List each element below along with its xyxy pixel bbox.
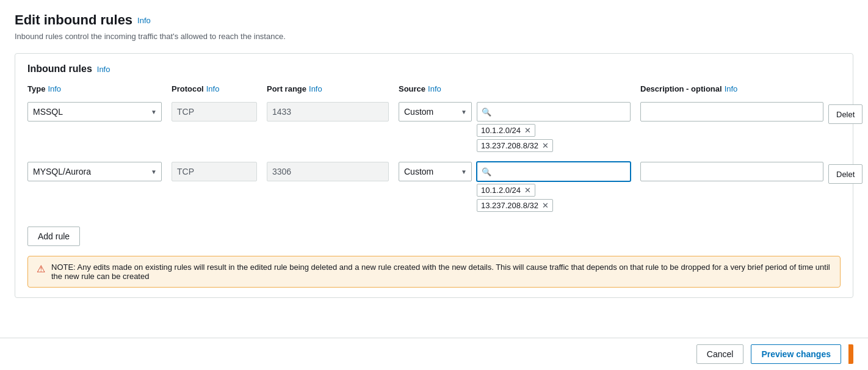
type-select-wrapper-1: MYSQL/Aurora ▼ (27, 162, 162, 181)
search-icon-wrap-1: 🔍 (477, 162, 631, 181)
page-title-info-link[interactable]: Info (137, 16, 151, 25)
section-info-link[interactable]: Info (97, 65, 110, 74)
tag-label-1-1: 13.237.208.8/32 (481, 201, 538, 210)
tag-item-1-1: 13.237.208.8/32 ✕ (477, 199, 553, 212)
section-header: Inbound rules Info (27, 63, 841, 74)
protocol-input-0 (172, 102, 257, 122)
source-select-0[interactable]: Custom (399, 102, 472, 122)
source-info-link[interactable]: Info (428, 84, 441, 93)
source-container-0: Custom ▼ 🔍 10.1.2.0/24 ✕ (399, 102, 631, 152)
source-container-1: Custom ▼ 🔍 10.1.2.0/24 ✕ (399, 162, 631, 212)
section-heading: Inbound rules (27, 63, 92, 74)
tag-remove-btn-0-1[interactable]: ✕ (542, 142, 549, 150)
rule-row: MYSQL/Aurora ▼ Custom ▼ (27, 162, 841, 212)
column-headers: Type Info Protocol Info Port range Info … (27, 84, 841, 97)
tag-item-0-1: 13.237.208.8/32 ✕ (477, 139, 553, 152)
col-header-source: Source Info (399, 84, 631, 93)
preview-changes-button[interactable]: Preview changes (751, 344, 841, 364)
note-bar: ⚠ NOTE: Any edits made on existing rules… (27, 256, 841, 288)
col-header-type: Type Info (27, 84, 162, 93)
tag-list-0: 10.1.2.0/24 ✕ 13.237.208.8/32 ✕ (477, 124, 631, 152)
field-action-0: Delet (828, 102, 863, 124)
tag-list-1: 10.1.2.0/24 ✕ 13.237.208.8/32 ✕ (477, 184, 631, 212)
tag-remove-btn-0-0[interactable]: ✕ (524, 126, 531, 134)
field-source-0: Custom ▼ 🔍 10.1.2.0/24 ✕ (399, 102, 631, 152)
source-input-wrap-0: 🔍 10.1.2.0/24 ✕ 13.237.208.8/32 (477, 102, 631, 152)
source-search-input-0[interactable] (477, 102, 631, 122)
protocol-input-1 (172, 162, 257, 181)
source-select-wrapper-0: Custom ▼ (399, 102, 472, 122)
field-protocol-0 (172, 102, 257, 122)
orange-accent-bar (848, 344, 853, 364)
col-header-description: Description - optional Info (640, 84, 823, 93)
type-select-1[interactable]: MYSQL/Aurora (27, 162, 162, 181)
description-input-1[interactable] (640, 162, 823, 181)
search-icon-wrap-0: 🔍 (477, 102, 631, 122)
portrange-info-link[interactable]: Info (309, 84, 322, 93)
tag-label-0-0: 10.1.2.0/24 (481, 126, 521, 135)
source-select-wrapper-1: Custom ▼ (399, 162, 472, 181)
source-search-input-1[interactable] (477, 162, 631, 181)
source-select-wrap-1: Custom ▼ (399, 162, 472, 181)
field-protocol-1 (172, 162, 257, 181)
cancel-button[interactable]: Cancel (696, 344, 744, 364)
type-select-0[interactable]: MSSQL (27, 102, 162, 122)
page-title-row: Edit inbound rules Info (15, 12, 853, 28)
delete-button-1[interactable]: Delet (828, 164, 863, 184)
rules-container: MSSQL ▼ Custom ▼ (27, 102, 841, 212)
col-header-portrange: Port range Info (267, 84, 389, 93)
tag-item-1-0: 10.1.2.0/24 ✕ (477, 184, 535, 197)
field-portrange-1 (267, 162, 389, 181)
footer-bar: Cancel Preview changes (0, 338, 868, 370)
delete-button-0[interactable]: Delet (828, 104, 863, 124)
rule-row: MSSQL ▼ Custom ▼ (27, 102, 841, 152)
tag-label-1-0: 10.1.2.0/24 (481, 186, 521, 195)
field-description-1 (640, 162, 823, 181)
source-select-1[interactable]: Custom (399, 162, 472, 181)
description-info-link[interactable]: Info (725, 84, 738, 93)
tag-item-0-0: 10.1.2.0/24 ✕ (477, 124, 535, 137)
portrange-input-0 (267, 102, 389, 122)
field-type-1: MYSQL/Aurora ▼ (27, 162, 162, 181)
portrange-input-1 (267, 162, 389, 181)
tag-label-0-1: 13.237.208.8/32 (481, 141, 538, 150)
warning-icon: ⚠ (37, 263, 45, 275)
field-type-0: MSSQL ▼ (27, 102, 162, 122)
type-info-link[interactable]: Info (48, 84, 61, 93)
field-portrange-0 (267, 102, 389, 122)
tag-remove-btn-1-1[interactable]: ✕ (542, 201, 549, 209)
description-input-0[interactable] (640, 102, 823, 122)
field-source-1: Custom ▼ 🔍 10.1.2.0/24 ✕ (399, 162, 631, 212)
source-select-wrap-0: Custom ▼ (399, 102, 472, 122)
field-action-1: Delet (828, 162, 863, 184)
add-rule-button[interactable]: Add rule (27, 227, 80, 246)
protocol-info-link[interactable]: Info (206, 84, 220, 93)
type-select-wrapper-0: MSSQL ▼ (27, 102, 162, 122)
tag-remove-btn-1-0[interactable]: ✕ (524, 186, 531, 194)
inbound-rules-section: Inbound rules Info Type Info Protocol In… (15, 53, 853, 298)
col-header-protocol: Protocol Info (172, 84, 257, 93)
field-description-0 (640, 102, 823, 122)
note-text: NOTE: Any edits made on existing rules w… (51, 263, 831, 281)
page-description: Inbound rules control the incoming traff… (15, 32, 853, 41)
page-title: Edit inbound rules (15, 12, 132, 28)
source-input-wrap-1: 🔍 10.1.2.0/24 ✕ 13.237.208.8/32 (477, 162, 631, 212)
